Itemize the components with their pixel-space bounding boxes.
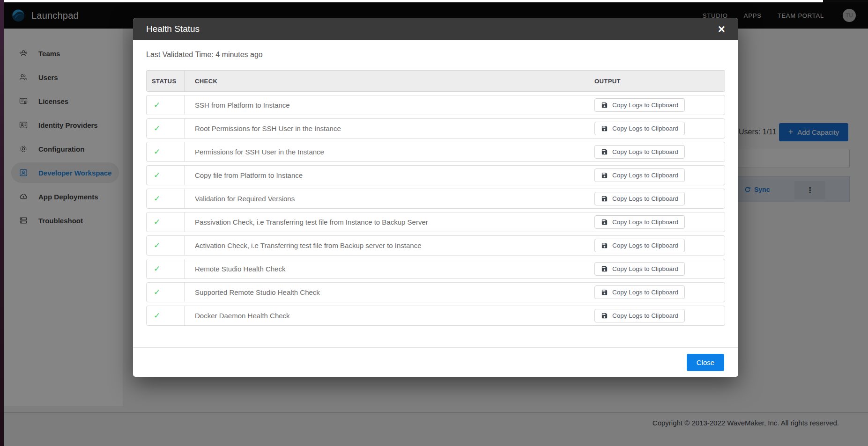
column-header-status: STATUS [147, 71, 185, 91]
check-name: Root Permissions for SSH User in the Ins… [185, 119, 594, 138]
status-pass-icon: ✓ [147, 306, 185, 325]
health-check-row: ✓Copy file from Platform to InstanceCopy… [146, 165, 725, 185]
close-button[interactable]: Close [687, 354, 724, 371]
check-name: Docker Daemon Health Check [185, 306, 594, 325]
copy-logs-button[interactable]: Copy Logs to Clipboard [594, 309, 685, 322]
health-table-header: STATUS CHECK OUTPUT [146, 70, 725, 92]
output-cell: Copy Logs to Clipboard [594, 212, 725, 232]
copy-logs-label: Copy Logs to Clipboard [612, 265, 678, 272]
health-check-row: ✓Remote Studio Health CheckCopy Logs to … [146, 259, 725, 279]
save-icon [601, 242, 608, 249]
check-name: SSH from Platform to Instance [185, 95, 594, 115]
health-check-row: ✓Passivation Check, i.e Transferring tes… [146, 212, 725, 232]
output-cell: Copy Logs to Clipboard [594, 259, 725, 278]
health-check-row: ✓Validation for Required VersionsCopy Lo… [146, 189, 725, 209]
modal-title: Health Status [146, 24, 200, 34]
modal-body: Last Validated Time: 4 minutes ago STATU… [133, 40, 738, 347]
check-name: Passivation Check, i.e Transferring test… [185, 212, 594, 232]
close-icon[interactable]: × [718, 24, 725, 34]
copy-logs-button[interactable]: Copy Logs to Clipboard [594, 145, 685, 159]
save-icon [601, 125, 608, 132]
modal-header: Health Status × [133, 18, 738, 40]
copy-logs-button[interactable]: Copy Logs to Clipboard [594, 98, 685, 112]
status-pass-icon: ✓ [147, 236, 185, 255]
check-name: Permissions for SSH User in the Instance [185, 142, 594, 161]
copy-logs-label: Copy Logs to Clipboard [612, 102, 678, 109]
health-table: STATUS CHECK OUTPUT ✓SSH from Platform t… [146, 70, 725, 326]
output-cell: Copy Logs to Clipboard [594, 236, 725, 255]
column-header-check: CHECK [185, 71, 594, 91]
health-check-row: ✓Docker Daemon Health CheckCopy Logs to … [146, 306, 725, 326]
health-check-row: ✓Activation Check, i.e Transferring test… [146, 235, 725, 256]
health-check-row: ✓SSH from Platform to InstanceCopy Logs … [146, 95, 725, 115]
save-icon [601, 219, 608, 226]
output-cell: Copy Logs to Clipboard [594, 283, 725, 302]
copy-logs-button[interactable]: Copy Logs to Clipboard [594, 215, 685, 229]
copy-logs-button[interactable]: Copy Logs to Clipboard [594, 192, 685, 205]
save-icon [601, 172, 608, 179]
modal-footer: Close [133, 347, 738, 377]
output-cell: Copy Logs to Clipboard [594, 119, 725, 138]
status-pass-icon: ✓ [147, 212, 185, 232]
health-check-row: ✓Supported Remote Studio Health CheckCop… [146, 282, 725, 302]
output-cell: Copy Logs to Clipboard [594, 306, 725, 325]
status-pass-icon: ✓ [147, 119, 185, 138]
health-check-row: ✓Root Permissions for SSH User in the In… [146, 118, 725, 139]
copy-logs-label: Copy Logs to Clipboard [612, 195, 678, 202]
output-cell: Copy Logs to Clipboard [594, 95, 725, 115]
check-name: Remote Studio Health Check [185, 259, 594, 278]
status-pass-icon: ✓ [147, 166, 185, 185]
screen: Launchpad STUDIO APPS TEAM PORTAL TU Tea… [0, 0, 868, 446]
launchpad-app: Launchpad STUDIO APPS TEAM PORTAL TU Tea… [4, 2, 868, 446]
status-pass-icon: ✓ [147, 259, 185, 278]
copy-logs-button[interactable]: Copy Logs to Clipboard [594, 239, 685, 252]
output-cell: Copy Logs to Clipboard [594, 142, 725, 161]
copy-logs-label: Copy Logs to Clipboard [612, 312, 678, 319]
column-header-output: OUTPUT [594, 71, 725, 91]
save-icon [601, 148, 608, 155]
status-pass-icon: ✓ [147, 189, 185, 208]
copy-logs-label: Copy Logs to Clipboard [612, 289, 678, 296]
save-icon [601, 289, 608, 296]
check-name: Supported Remote Studio Health Check [185, 283, 594, 302]
output-cell: Copy Logs to Clipboard [594, 166, 725, 185]
save-icon [601, 102, 608, 109]
status-pass-icon: ✓ [147, 95, 185, 115]
copy-logs-label: Copy Logs to Clipboard [612, 219, 678, 226]
copy-logs-label: Copy Logs to Clipboard [612, 125, 678, 132]
copy-logs-label: Copy Logs to Clipboard [612, 148, 678, 155]
health-status-modal: Health Status × Last Validated Time: 4 m… [133, 18, 738, 377]
save-icon [601, 312, 608, 319]
status-pass-icon: ✓ [147, 283, 185, 302]
copy-logs-button[interactable]: Copy Logs to Clipboard [594, 262, 685, 276]
copy-logs-label: Copy Logs to Clipboard [612, 242, 678, 249]
health-table-body: ✓SSH from Platform to InstanceCopy Logs … [146, 95, 725, 326]
health-check-row: ✓Permissions for SSH User in the Instanc… [146, 142, 725, 162]
copy-logs-button[interactable]: Copy Logs to Clipboard [594, 168, 685, 182]
check-name: Activation Check, i.e Transferring test … [185, 236, 594, 255]
last-validated-label: Last Validated Time: 4 minutes ago [146, 51, 725, 59]
copy-logs-button[interactable]: Copy Logs to Clipboard [594, 122, 685, 135]
check-name: Validation for Required Versions [185, 189, 594, 208]
copy-logs-button[interactable]: Copy Logs to Clipboard [594, 285, 685, 299]
save-icon [601, 195, 608, 202]
status-pass-icon: ✓ [147, 142, 185, 161]
copy-logs-label: Copy Logs to Clipboard [612, 172, 678, 179]
output-cell: Copy Logs to Clipboard [594, 189, 725, 208]
check-name: Copy file from Platform to Instance [185, 166, 594, 185]
save-icon [601, 265, 608, 272]
